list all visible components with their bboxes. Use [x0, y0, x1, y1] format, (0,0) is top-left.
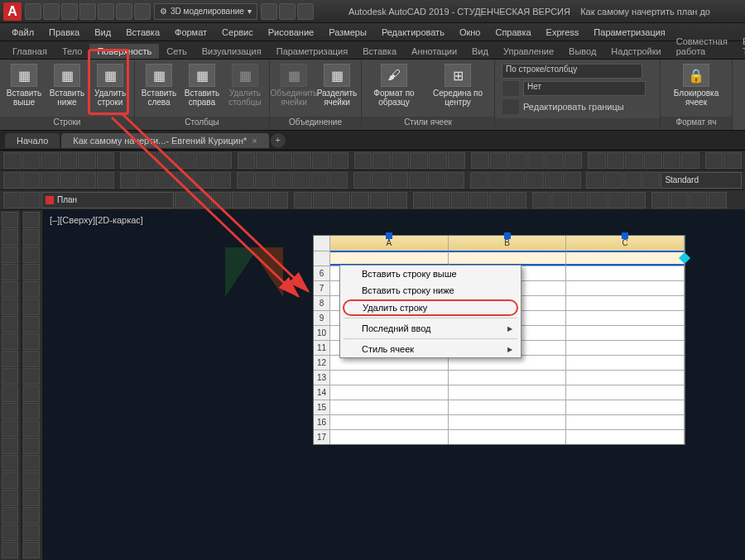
- table-row-header[interactable]: 16: [314, 414, 330, 429]
- menu-сервис[interactable]: Сервис: [215, 26, 260, 39]
- tool-button[interactable]: [120, 172, 138, 189]
- ctx-insert-row-above[interactable]: Вставить строку выше: [340, 266, 521, 282]
- tool-button[interactable]: [176, 152, 195, 169]
- tool-button[interactable]: [3, 172, 22, 189]
- side-tool-button[interactable]: [23, 403, 40, 419]
- tool-button[interactable]: [607, 152, 625, 169]
- table-row-header[interactable]: [314, 251, 330, 266]
- tool-button[interactable]: [471, 152, 489, 169]
- tool-button[interactable]: [332, 192, 350, 208]
- tool-button[interactable]: [709, 192, 727, 208]
- table-cell[interactable]: [449, 400, 567, 414]
- side-tool-button[interactable]: [23, 229, 40, 246]
- tool-button[interactable]: [214, 152, 232, 169]
- tool-button[interactable]: [410, 152, 428, 169]
- side-tool-button[interactable]: [23, 212, 40, 228]
- tool-button[interactable]: [372, 152, 391, 169]
- bg-color-icon[interactable]: [502, 80, 520, 97]
- tool-button[interactable]: [490, 152, 508, 169]
- tool-button[interactable]: [139, 152, 157, 169]
- ribbon-tab-12[interactable]: Совместная работа: [669, 34, 735, 59]
- side-tool-button[interactable]: [23, 368, 40, 385]
- tool-button[interactable]: [237, 172, 255, 189]
- side-tool-button[interactable]: [2, 403, 18, 419]
- table-row[interactable]: 13: [314, 370, 685, 385]
- tool-button[interactable]: [391, 172, 409, 189]
- tool-button[interactable]: [311, 172, 329, 189]
- column-grip-icon[interactable]: [504, 232, 511, 239]
- tool-button[interactable]: [351, 192, 369, 208]
- ribbon-tab-11[interactable]: Надстройки: [603, 44, 668, 59]
- tool-button[interactable]: [546, 152, 564, 169]
- tool-button[interactable]: [507, 172, 526, 189]
- tool-button[interactable]: [508, 192, 526, 208]
- table-row-selected[interactable]: [314, 251, 685, 266]
- tool-button[interactable]: [213, 192, 231, 208]
- table-cell[interactable]: [566, 310, 685, 325]
- side-tool-button[interactable]: [23, 542, 40, 558]
- ctx-delete-row[interactable]: Удалить строку: [343, 299, 518, 316]
- tool-button[interactable]: [570, 192, 589, 208]
- tool-button[interactable]: [329, 172, 348, 189]
- table-row[interactable]: 15: [314, 400, 685, 414]
- ribbon-tab-6[interactable]: Вставка: [355, 44, 404, 59]
- table-row-header[interactable]: 15: [314, 400, 330, 414]
- tool-button[interactable]: [78, 152, 96, 169]
- side-tool-button[interactable]: [23, 281, 40, 298]
- ctx-insert-row-below[interactable]: Вставить строку ниже: [340, 282, 521, 299]
- table-cell[interactable]: [566, 266, 685, 280]
- table-cell[interactable]: [566, 280, 685, 295]
- table-row-header[interactable]: 10: [314, 325, 330, 340]
- style-combo[interactable]: Standard: [661, 172, 742, 189]
- tool-button[interactable]: [446, 172, 464, 189]
- side-tool-button[interactable]: [23, 385, 40, 402]
- tool-button[interactable]: [213, 172, 231, 189]
- side-tool-button[interactable]: [2, 385, 18, 402]
- tool-button[interactable]: [488, 172, 507, 189]
- qat-redo-icon[interactable]: [134, 3, 151, 20]
- tool-button[interactable]: [22, 152, 41, 169]
- workspace-selector[interactable]: ⚙ 3D моделирование ▾: [154, 3, 257, 20]
- ribbon-tab-4[interactable]: Визуализация: [195, 44, 269, 59]
- side-tool-button[interactable]: [23, 490, 40, 506]
- tool-button[interactable]: [608, 192, 627, 208]
- side-tool-button[interactable]: [23, 455, 40, 471]
- table-col-header[interactable]: C: [566, 236, 685, 251]
- table-row-header[interactable]: 17: [314, 429, 330, 444]
- tool-button[interactable]: [353, 172, 372, 189]
- ribbon-tab-5[interactable]: Параметризация: [269, 44, 355, 59]
- tool-button[interactable]: [627, 192, 646, 208]
- insert-row-below-button[interactable]: ▦Вставить ниже: [46, 62, 88, 108]
- menu-правка[interactable]: Правка: [42, 26, 86, 39]
- tool-button[interactable]: [120, 152, 138, 169]
- menu-файл[interactable]: Файл: [5, 26, 41, 39]
- tool-button[interactable]: [429, 152, 447, 169]
- side-tool-button[interactable]: [23, 472, 40, 489]
- side-tool-button[interactable]: [2, 524, 18, 541]
- insert-col-left-button[interactable]: ▦Вставить слева: [138, 62, 180, 108]
- table-header-row[interactable]: ABC: [314, 236, 685, 251]
- tool-button[interactable]: [294, 192, 312, 208]
- table-cell[interactable]: [566, 325, 685, 340]
- tool-button[interactable]: [330, 152, 348, 169]
- menu-рисование[interactable]: Рисование: [262, 26, 320, 39]
- side-tool-button[interactable]: [2, 316, 18, 333]
- menu-вид[interactable]: Вид: [88, 26, 118, 39]
- table-cell[interactable]: [566, 370, 685, 385]
- qat-new-icon[interactable]: [25, 3, 41, 20]
- side-tool-button[interactable]: [2, 299, 18, 315]
- tool-button[interactable]: [588, 152, 606, 169]
- tool-button[interactable]: [372, 172, 390, 189]
- tool-button[interactable]: [41, 152, 59, 169]
- table-cell[interactable]: [330, 400, 449, 414]
- tool-button[interactable]: [78, 172, 96, 189]
- ribbon-tab-8[interactable]: Вид: [464, 44, 496, 59]
- side-tool-button[interactable]: [2, 264, 18, 280]
- tool-button[interactable]: [354, 152, 372, 169]
- side-tool-button[interactable]: [2, 542, 18, 558]
- table-row[interactable]: 16: [314, 414, 685, 429]
- tool-button[interactable]: [251, 192, 269, 208]
- table-cell[interactable]: [449, 370, 567, 385]
- tool-button[interactable]: [274, 172, 292, 189]
- side-tool-button[interactable]: [2, 420, 18, 437]
